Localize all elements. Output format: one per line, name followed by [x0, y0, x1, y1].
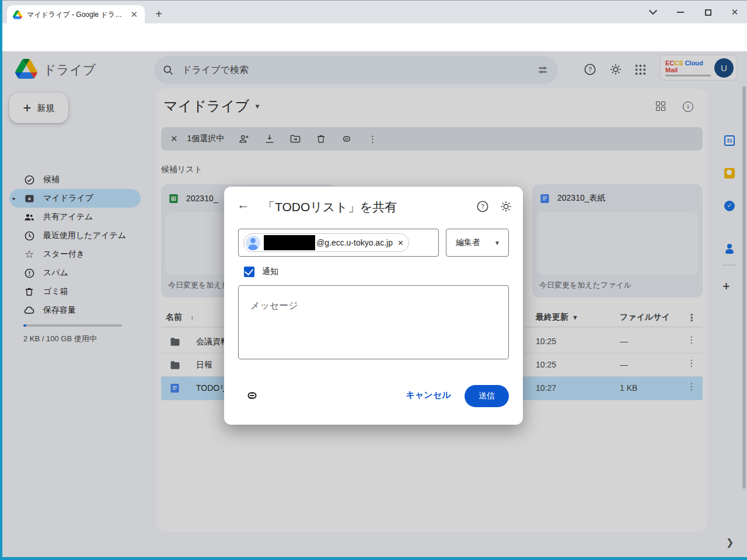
- dialog-back-icon[interactable]: ←: [237, 197, 250, 212]
- window-minimize-button[interactable]: [667, 1, 694, 24]
- svg-text:?: ?: [481, 203, 484, 210]
- share-dialog: ← 「TODOリスト」を共有 ? @g.ecc.u-tokyo.ac.jp ✕ …: [224, 187, 523, 425]
- message-box: [238, 285, 509, 359]
- browser-tab[interactable]: マイドライブ - Google ドライブ ✕: [7, 5, 145, 24]
- redacted-username: [264, 235, 315, 250]
- browser-tab-strip: マイドライブ - Google ドライブ ✕ + ✕: [0, 0, 747, 23]
- person-avatar-icon: [246, 236, 260, 250]
- new-tab-button[interactable]: +: [151, 6, 167, 23]
- dropdown-caret-icon: ▼: [494, 240, 500, 246]
- dialog-help-icon[interactable]: ?: [476, 200, 489, 213]
- collapse-panel-icon[interactable]: ❯: [726, 537, 734, 548]
- chip-email-domain: @g.ecc.u-tokyo.ac.jp: [316, 238, 393, 247]
- browser-toolbar: ← → drive.google.com/drive/my-drive ☆ U …: [0, 23, 747, 51]
- notify-checkbox[interactable]: [244, 267, 254, 277]
- drive-favicon: [13, 10, 22, 19]
- dialog-settings-icon[interactable]: [500, 200, 512, 213]
- recipient-input[interactable]: @g.ecc.u-tokyo.ac.jp ✕: [238, 229, 439, 257]
- recipient-chip[interactable]: @g.ecc.u-tokyo.ac.jp ✕: [243, 233, 409, 252]
- copy-link-icon[interactable]: [245, 388, 259, 402]
- drive-page: ドライブ ? ECCS Cloud Mail U + 新規: [0, 51, 747, 557]
- window-close-button[interactable]: ✕: [721, 1, 747, 24]
- cancel-button[interactable]: キャンセル: [398, 390, 459, 401]
- role-dropdown[interactable]: 編集者 ▼: [446, 229, 509, 257]
- tab-title: マイドライブ - Google ドライブ: [27, 10, 128, 20]
- message-textarea[interactable]: [239, 286, 508, 359]
- dialog-title: 「TODOリスト」を共有: [263, 199, 397, 215]
- notify-label: 通知: [262, 267, 278, 277]
- window-maximize-button[interactable]: [694, 1, 721, 24]
- window-edge-highlight: [0, 0, 2, 560]
- window-edge-highlight: [0, 557, 747, 560]
- role-value: 編集者: [456, 237, 480, 248]
- send-button[interactable]: 送信: [465, 385, 509, 407]
- remove-recipient-icon[interactable]: ✕: [396, 239, 404, 247]
- tab-close-icon[interactable]: ✕: [128, 8, 140, 21]
- tab-search-icon[interactable]: [640, 1, 666, 24]
